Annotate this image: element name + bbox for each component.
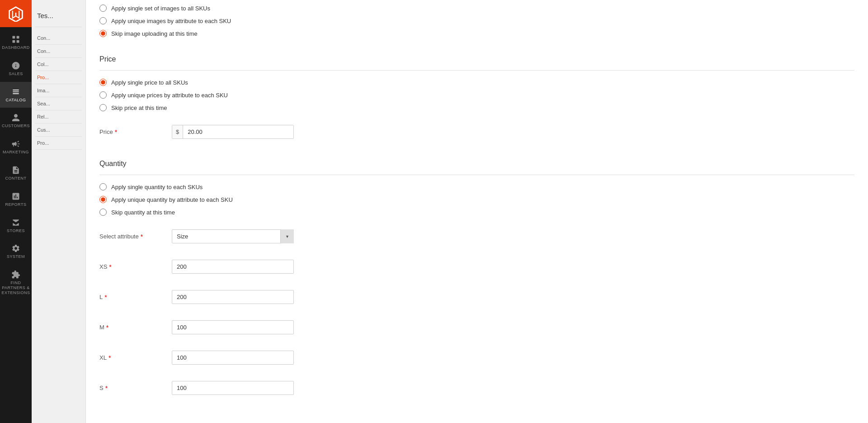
price-field-row: Price * $ [99, 120, 854, 143]
sidebar-item-sales[interactable]: SALES [0, 56, 32, 82]
system-icon [11, 244, 20, 253]
images-radio-group: Apply single set of images to all SKUs A… [99, 5, 854, 37]
qty-single-option[interactable]: Apply single quantity to each SKUs [99, 183, 854, 190]
price-single-option[interactable]: Apply single price to all SKUs [99, 79, 854, 86]
sidebar-nav: DASHBOARD SALES CATALOG CUSTOMERS [0, 27, 32, 301]
sidebar-item-label: CUSTOMERS [2, 124, 30, 128]
left-panel-item[interactable]: Pro... [35, 71, 82, 84]
qty-skip-option[interactable]: Skip quantity at this time [99, 209, 854, 216]
l-required: * [104, 294, 107, 301]
sidebar-item-catalog[interactable]: CATALOG [0, 82, 32, 108]
left-panel-item[interactable]: Pro... [35, 137, 82, 150]
xl-required: * [108, 354, 111, 361]
xs-required: * [109, 263, 111, 271]
extensions-icon [11, 270, 20, 279]
s-input[interactable] [172, 381, 294, 395]
img-unique-label: Apply unique images by attribute to each… [111, 18, 231, 24]
logo[interactable] [0, 0, 32, 27]
xl-label: XL * [99, 354, 172, 361]
sidebar-item-label: DASHBOARD [2, 45, 30, 50]
img-skip-radio[interactable] [99, 30, 107, 37]
img-single-option[interactable]: Apply single set of images to all SKUs [99, 5, 854, 12]
price-unique-label: Apply unique prices by attribute to each… [111, 92, 228, 99]
price-skip-radio[interactable] [99, 104, 107, 111]
dashboard-icon [11, 35, 20, 44]
l-input[interactable] [172, 290, 294, 304]
sidebar-item-label: REPORTS [5, 202, 27, 207]
reports-icon [11, 192, 20, 201]
left-panel: Tes... Con... Con... Col... Pro... Ima..… [32, 0, 86, 423]
price-prefix: $ [172, 125, 183, 138]
price-skip-option[interactable]: Skip price at this time [99, 104, 854, 111]
img-single-radio[interactable] [99, 5, 107, 12]
sidebar-item-stores[interactable]: STORES [0, 213, 32, 239]
xs-input[interactable] [172, 260, 294, 274]
left-panel-item[interactable]: Cus... [35, 124, 82, 137]
sidebar: DASHBOARD SALES CATALOG CUSTOMERS [0, 0, 32, 423]
s-field-row: S * [99, 376, 854, 399]
qty-single-label: Apply single quantity to each SKUs [111, 184, 203, 190]
sidebar-item-content[interactable]: CONTENT [0, 160, 32, 186]
page-title: Tes... [37, 12, 53, 19]
sidebar-item-dashboard[interactable]: DASHBOARD [0, 29, 32, 56]
customers-icon [11, 113, 20, 122]
price-input-wrapper: $ [172, 125, 294, 139]
s-required: * [105, 385, 108, 392]
img-unique-option[interactable]: Apply unique images by attribute to each… [99, 17, 854, 24]
img-skip-option[interactable]: Skip image uploading at this time [99, 30, 854, 37]
select-attribute-label: Select attribute * [99, 233, 172, 240]
qty-unique-option[interactable]: Apply unique quantity by attribute to ea… [99, 196, 854, 203]
price-single-label: Apply single price to all SKUs [111, 79, 188, 86]
sidebar-item-find-extensions[interactable]: FIND PARTNERS & EXTENSIONS [0, 265, 32, 300]
svg-rect-2 [17, 36, 19, 39]
price-radio-group: Apply single price to all SKUs Apply uni… [99, 79, 854, 111]
price-skip-label: Skip price at this time [111, 105, 167, 111]
sidebar-item-customers[interactable]: CUSTOMERS [0, 108, 32, 134]
svg-rect-1 [13, 36, 15, 39]
price-section-title: Price [99, 46, 854, 71]
price-required-star: * [115, 128, 117, 136]
sidebar-item-reports[interactable]: REPORTS [0, 186, 32, 213]
left-panel-item[interactable]: Rel... [35, 110, 82, 124]
quantity-section-title: Quantity [99, 151, 854, 175]
select-attribute-row: Select attribute * Size Color Material [99, 225, 854, 248]
select-attribute-wrapper: Size Color Material [172, 229, 294, 243]
marketing-icon [11, 139, 20, 148]
price-unique-option[interactable]: Apply unique prices by attribute to each… [99, 91, 854, 99]
sales-icon [11, 61, 20, 70]
m-input[interactable] [172, 320, 294, 334]
price-input[interactable] [183, 125, 293, 138]
qty-single-radio[interactable] [99, 183, 107, 190]
left-panel-item[interactable]: Con... [35, 45, 82, 58]
left-panel-item[interactable]: Ima... [35, 84, 82, 97]
form-area: Apply single set of images to all SKUs A… [86, 0, 868, 423]
qty-skip-radio[interactable] [99, 209, 107, 216]
l-label: L * [99, 294, 172, 301]
magento-logo-icon [8, 5, 24, 22]
images-section: Apply single set of images to all SKUs A… [99, 0, 854, 37]
sidebar-item-system[interactable]: SYSTEM [0, 238, 32, 265]
select-attribute-dropdown[interactable]: Size Color Material [172, 229, 294, 243]
sidebar-item-label: STORES [7, 228, 25, 233]
main-content: Apply single set of images to all SKUs A… [86, 0, 868, 423]
img-unique-radio[interactable] [99, 17, 107, 24]
m-label: M * [99, 324, 172, 331]
price-single-radio[interactable] [99, 79, 107, 86]
left-panel-item[interactable]: Col... [35, 58, 82, 71]
svg-rect-4 [17, 40, 19, 43]
m-field-row: M * [99, 316, 854, 339]
qty-skip-label: Skip quantity at this time [111, 209, 175, 216]
left-panel-item[interactable]: Sea... [35, 97, 82, 110]
l-field-row: L * [99, 285, 854, 309]
content-icon [11, 166, 20, 175]
sidebar-item-marketing[interactable]: MARKETING [0, 134, 32, 160]
qty-unique-radio[interactable] [99, 196, 107, 203]
left-panel-item[interactable]: Con... [35, 32, 82, 45]
price-unique-radio[interactable] [99, 91, 107, 99]
xl-input[interactable] [172, 351, 294, 365]
img-single-label: Apply single set of images to all SKUs [111, 5, 210, 12]
m-required: * [106, 324, 108, 331]
xs-field-row: XS * [99, 255, 854, 278]
svg-rect-3 [13, 40, 15, 43]
xs-label: XS * [99, 263, 172, 271]
